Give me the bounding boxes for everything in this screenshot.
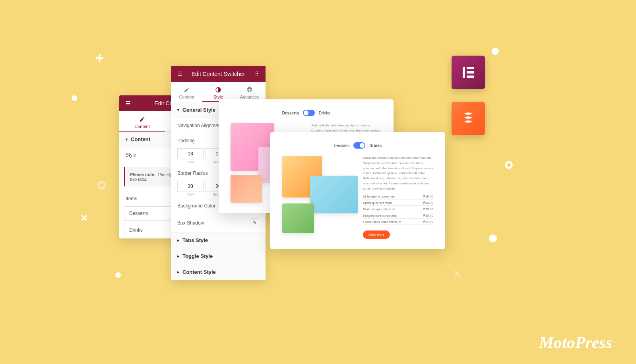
image-collage [282, 156, 353, 235]
section-toggle[interactable]: ▸Toggle Style [171, 248, 266, 264]
chevron-right-icon: ▸ [177, 238, 179, 242]
price-row: Suspendisse consequat₱25.00 [363, 214, 433, 219]
toggle-bar: Desserts Drinks [231, 110, 382, 116]
toggle-switch[interactable] [303, 110, 315, 116]
toggle-label-drinks: Drinks [369, 143, 382, 148]
image-tile [310, 176, 358, 213]
panel-header: ☰ Edit Content Switcher ⠿ [171, 66, 266, 82]
image-tile [282, 203, 314, 233]
section-tabs[interactable]: ▸Tabs Style [171, 232, 266, 248]
br-top-input[interactable] [177, 181, 204, 192]
stratum-icon [460, 110, 477, 127]
svg-rect-5 [467, 76, 474, 78]
tab-content[interactable]: Content [119, 111, 165, 131]
tab-content[interactable]: Content [171, 82, 202, 102]
grid-icon[interactable]: ⠿ [253, 70, 261, 78]
deco-dot [489, 234, 497, 242]
pencil-icon [184, 87, 190, 93]
contrast-icon [215, 87, 221, 93]
chevron-down-icon: ▾ [177, 108, 179, 112]
price-row: Proin semper interdum₱15.00 [363, 207, 433, 212]
elementor-icon [460, 64, 476, 80]
toggle-bar: Desserts Drinks [282, 142, 433, 149]
deco-ring [97, 181, 106, 190]
svg-rect-2 [463, 67, 465, 78]
chevron-down-icon: ▾ [126, 137, 128, 141]
menu-icon[interactable]: ☰ [176, 70, 184, 78]
svg-rect-4 [467, 71, 474, 74]
toggle-label-desserts: Desserts [282, 111, 299, 115]
preview-details: Curabitur interdum mi nec orci bibendum … [363, 156, 433, 239]
svg-rect-3 [467, 67, 474, 69]
stratum-logo-tile [452, 102, 485, 135]
elementor-logo-tile [452, 56, 485, 89]
price-row: Etiam quis felis vitae₱23.00 [363, 201, 433, 206]
price-row: Fusce tellus dolor interdum₱21.00 [363, 220, 433, 225]
toggle-label-drinks: Drinks [319, 111, 330, 115]
menu-icon[interactable]: ☰ [124, 99, 132, 107]
box-shadow-control: Box Shadow✎ [171, 213, 266, 232]
deco-x: ✕ [80, 213, 88, 224]
padding-top-input[interactable] [177, 148, 204, 159]
tab-advanced[interactable]: Advanced [234, 82, 266, 102]
brand-logo: MotoPress [539, 333, 612, 352]
gear-icon [246, 87, 253, 93]
price-row: Ut feugiat in quam nec₱19.00 [363, 195, 433, 199]
toggle-label-desserts: Desserts [334, 143, 349, 148]
read-more-button[interactable]: Read More [363, 230, 390, 239]
chevron-right-icon: ▸ [177, 270, 179, 274]
deco-ring [505, 161, 513, 169]
preview-text: Curabitur interdum mi nec orci bibendum … [363, 156, 433, 192]
price-list: Ut feugiat in quam nec₱19.00Etiam quis f… [363, 195, 433, 225]
deco-plus: + [95, 50, 104, 66]
chevron-right-icon: ▸ [177, 254, 179, 258]
toggle-switch[interactable] [353, 142, 365, 149]
tab-style[interactable]: Style [202, 82, 234, 102]
preview-body: Curabitur interdum mi nec orci bibendum … [282, 156, 433, 239]
panel-title: Edit Content Switcher [192, 71, 245, 77]
pencil-icon [139, 116, 145, 122]
preview-drinks: Desserts Drinks Curabitur interdum mi ne… [270, 132, 445, 249]
image-tile [231, 175, 262, 203]
section-content-style[interactable]: ▸Content Style [171, 264, 266, 280]
deco-x: ✕ [453, 268, 461, 279]
edit-icon[interactable]: ✎ [250, 218, 259, 227]
deco-dot [115, 272, 121, 278]
deco-dot [72, 95, 77, 101]
deco-dot [492, 48, 499, 55]
